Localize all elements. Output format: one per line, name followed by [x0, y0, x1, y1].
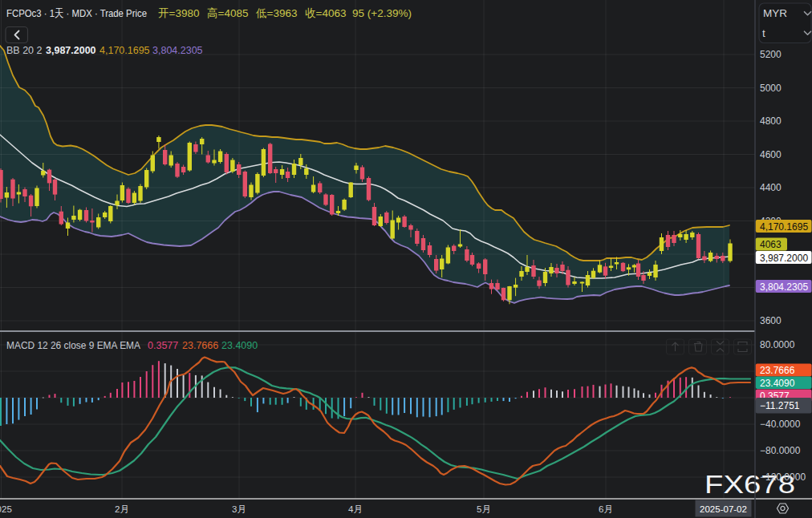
svg-text:5200: 5200 — [760, 49, 782, 60]
svg-text:MACD 12 26 close 9 EMA EMA: MACD 12 26 close 9 EMA EMA — [6, 340, 141, 351]
svg-text:3,804.2305: 3,804.2305 — [152, 45, 203, 56]
svg-text:2025-07-02: 2025-07-02 — [700, 504, 747, 514]
svg-text:高=4085: 高=4085 — [207, 7, 248, 19]
svg-text:23.7666: 23.7666 — [760, 365, 795, 376]
svg-text:MYR: MYR — [763, 7, 787, 19]
svg-text:4,170.1695: 4,170.1695 — [760, 221, 808, 233]
svg-text:低=3963: 低=3963 — [255, 7, 297, 19]
svg-text:2025: 2025 — [0, 504, 12, 514]
svg-text:4400: 4400 — [760, 182, 782, 193]
svg-text:23.4090: 23.4090 — [760, 378, 795, 389]
svg-text:收=4063: 收=4063 — [305, 7, 346, 19]
svg-text:−40.0000: −40.0000 — [760, 419, 801, 430]
svg-text:95 (+2.39%): 95 (+2.39%) — [352, 7, 412, 19]
svg-text:2月: 2月 — [115, 504, 129, 514]
svg-text:5000: 5000 — [760, 83, 782, 94]
svg-text:3,987.2000: 3,987.2000 — [760, 253, 808, 264]
svg-text:开=3980: 开=3980 — [158, 7, 199, 19]
svg-text:−80.0000: −80.0000 — [760, 445, 801, 456]
svg-text:3月: 3月 — [232, 504, 246, 514]
svg-text:23.7666: 23.7666 — [182, 340, 218, 351]
svg-text:3600: 3600 — [760, 315, 782, 326]
svg-text:t: t — [762, 27, 765, 39]
svg-text:0.3577: 0.3577 — [148, 340, 178, 351]
svg-text:80.0000: 80.0000 — [760, 339, 795, 350]
svg-text:23.4090: 23.4090 — [221, 340, 258, 351]
svg-text:4月: 4月 — [348, 504, 363, 514]
svg-text:−11.2751: −11.2751 — [760, 400, 800, 411]
svg-text:BB 20 2: BB 20 2 — [6, 45, 43, 56]
svg-text:3,804.2305: 3,804.2305 — [760, 281, 808, 293]
svg-text:4600: 4600 — [760, 149, 782, 160]
svg-text:6月: 6月 — [599, 504, 613, 514]
svg-text:4800: 4800 — [760, 115, 782, 127]
svg-text:FCPOc3 · 1天 · MDX · Trade Pric: FCPOc3 · 1天 · MDX · Trade Price — [6, 7, 147, 19]
svg-text:4,170.1695: 4,170.1695 — [99, 45, 150, 56]
svg-text:−120.0000: −120.0000 — [760, 471, 806, 483]
svg-text:5月: 5月 — [477, 504, 491, 514]
svg-text:3,987.2000: 3,987.2000 — [46, 45, 96, 56]
svg-text:4063: 4063 — [760, 239, 782, 250]
